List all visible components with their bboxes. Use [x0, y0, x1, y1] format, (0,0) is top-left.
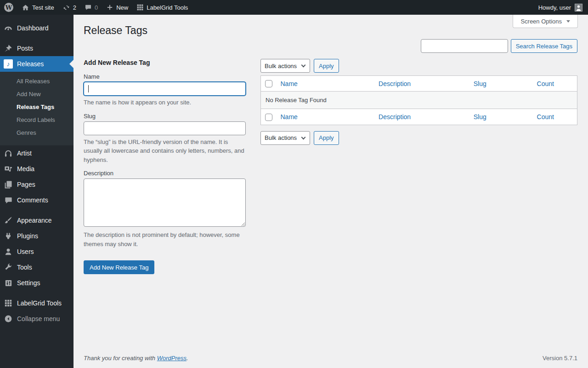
sidebar-item-settings[interactable]: Settings	[0, 275, 74, 291]
wrench-icon	[4, 263, 13, 272]
sidebar-item-artist[interactable]: Artist	[0, 145, 74, 161]
release-tags-table: Name Description Slug Count No Release T…	[260, 75, 577, 125]
slug-field[interactable]	[84, 121, 246, 135]
sort-description-header[interactable]: Description	[379, 80, 411, 87]
comment-icon	[4, 196, 13, 205]
sidebar-item-appearance[interactable]: Appearance	[0, 213, 74, 228]
sidebar-item-releases[interactable]: ♪ Releases	[0, 56, 74, 72]
sort-description-header[interactable]: Description	[379, 113, 411, 121]
sidebar-item-labelgrid-tools[interactable]: LabelGrid Tools	[0, 295, 74, 311]
admin-footer: Thank you for creating with WordPress. V…	[84, 350, 577, 368]
submenu-item-genres[interactable]: Genres	[0, 126, 74, 139]
add-new-release-tag-button[interactable]: Add New Release Tag	[84, 260, 154, 274]
screen-options-button[interactable]: Screen Options	[513, 15, 578, 28]
sort-slug-header[interactable]: Slug	[474, 80, 486, 87]
sidebar-item-label: Pages	[17, 181, 35, 188]
new-content-menu[interactable]: New	[102, 0, 132, 15]
account-menu[interactable]: Howdy, user	[533, 4, 588, 12]
sort-name-header[interactable]: Name	[281, 113, 298, 121]
sort-count-header[interactable]: Count	[537, 113, 554, 121]
settings-icon	[4, 278, 13, 288]
collapse-arrow-icon	[4, 314, 13, 323]
sidebar-item-label: Settings	[17, 279, 40, 287]
empty-row: No Release Tag Found	[261, 92, 577, 109]
menu-separator	[0, 36, 74, 40]
updates-menu[interactable]: 2	[58, 0, 80, 15]
wordpress-logo-menu[interactable]: W	[0, 0, 17, 15]
sort-count-header[interactable]: Count	[537, 80, 554, 87]
bulk-actions-label: Bulk actions	[265, 134, 297, 141]
media-icon	[4, 164, 13, 173]
sidebar-item-pages[interactable]: Pages	[0, 177, 74, 192]
bulk-actions-select[interactable]: Bulk actions	[260, 59, 310, 73]
name-field[interactable]	[84, 82, 246, 96]
sidebar-item-users[interactable]: Users	[0, 244, 74, 259]
wordpress-link[interactable]: WordPress	[157, 355, 187, 362]
sidebar-item-posts[interactable]: Posts	[0, 40, 74, 56]
form-heading: Add New Release Tag	[84, 59, 246, 66]
apply-button-bottom[interactable]: Apply	[314, 131, 339, 145]
submenu-item-add-new[interactable]: Add New	[0, 88, 74, 101]
thanks-period: .	[187, 355, 188, 362]
sidebar-item-label: Posts	[17, 45, 33, 52]
chevron-down-icon	[301, 135, 306, 139]
submenu-item-all-releases[interactable]: All Releases	[0, 75, 74, 88]
plug-icon	[4, 231, 13, 241]
sidebar-item-comments[interactable]: Comments	[0, 192, 74, 208]
sidebar-item-label: Appearance	[17, 217, 52, 224]
menu-separator	[0, 208, 74, 213]
main-content: Screen Options Release Tags Add New Rele…	[74, 15, 588, 368]
sidebar-item-label: Artist	[17, 150, 32, 157]
plus-icon	[106, 4, 113, 11]
pages-icon	[4, 180, 13, 189]
submenu-item-release-tags[interactable]: Release Tags	[0, 101, 74, 114]
sidebar-item-label: Plugins	[17, 232, 38, 240]
sidebar-item-plugins[interactable]: Plugins	[0, 228, 74, 244]
sidebar-item-label: Comments	[17, 196, 48, 204]
select-all-checkbox[interactable]	[265, 114, 272, 121]
paintbrush-icon	[4, 216, 13, 225]
search-release-tags-button[interactable]: Search Release Tags	[511, 39, 577, 53]
update-icon	[62, 4, 70, 12]
sidebar-item-label: Media	[17, 165, 34, 172]
avatar	[575, 4, 582, 12]
bulk-actions-select-bottom[interactable]: Bulk actions	[260, 131, 310, 145]
bulk-actions-label: Bulk actions	[265, 63, 297, 69]
empty-message: No Release Tag Found	[261, 92, 577, 109]
table-header-row: Name Description Slug Count	[261, 76, 577, 92]
menu-separator	[0, 291, 74, 295]
sidebar-item-label: Collapse menu	[17, 315, 60, 322]
music-note-icon: ♪	[4, 59, 13, 69]
labelgrid-label: LabelGrid Tools	[147, 4, 188, 11]
site-name-menu[interactable]: Test site	[17, 0, 58, 15]
sidebar-item-tools[interactable]: Tools	[0, 259, 74, 275]
sidebar-item-media[interactable]: Media	[0, 161, 74, 177]
table-footer-row: Name Description Slug Count	[261, 109, 577, 125]
name-label: Name	[84, 73, 246, 80]
labelgrid-tools-menu[interactable]: LabelGrid Tools	[132, 0, 192, 15]
admin-menu: Dashboard Posts ♪ Releases All Releases …	[0, 15, 74, 368]
description-field[interactable]	[84, 178, 246, 227]
new-label: New	[116, 4, 128, 11]
search-input[interactable]	[421, 39, 508, 53]
select-all-checkbox[interactable]	[265, 80, 272, 87]
admin-bar: W Test site 2 0 New	[0, 0, 588, 15]
comments-menu[interactable]: 0	[80, 0, 102, 15]
thanks-text: Thank you for creating with	[84, 355, 157, 362]
sidebar-item-label: LabelGrid Tools	[17, 299, 62, 307]
submenu-item-record-labels[interactable]: Record Labels	[0, 114, 74, 126]
text-cursor	[88, 85, 89, 92]
sidebar-item-dashboard[interactable]: Dashboard	[0, 20, 74, 36]
chevron-down-icon	[301, 63, 306, 68]
screen-options-label: Screen Options	[520, 18, 562, 25]
headphones-icon	[4, 149, 13, 158]
name-help-text: The name is how it appears on your site.	[84, 98, 246, 107]
sort-slug-header[interactable]: Slug	[474, 113, 486, 121]
dashboard-icon	[4, 23, 13, 33]
user-icon	[4, 247, 13, 256]
slug-help-text: The “slug” is the URL-friendly version o…	[84, 138, 246, 165]
collapse-menu-button[interactable]: Collapse menu	[0, 311, 74, 327]
sort-name-header[interactable]: Name	[281, 80, 298, 87]
apply-button[interactable]: Apply	[314, 59, 339, 73]
sidebar-item-label: Releases	[17, 60, 44, 68]
